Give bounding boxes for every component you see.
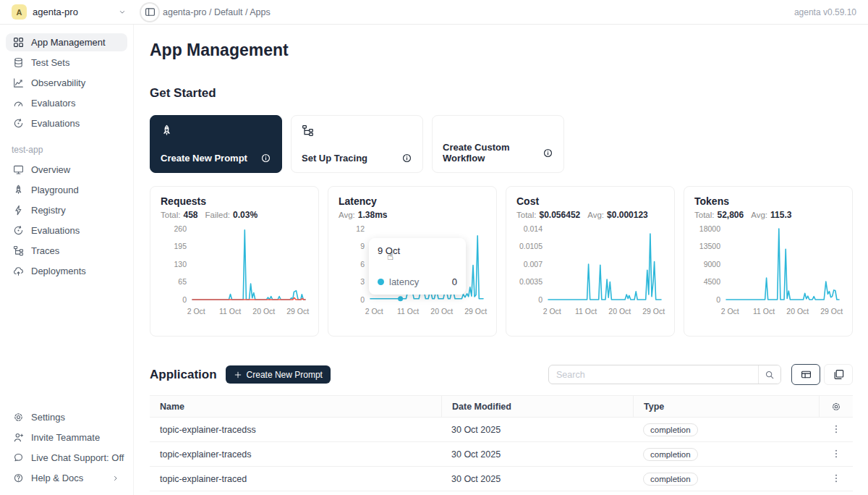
sidebar-item-playground[interactable]: Playground [6, 181, 127, 199]
sidebar-item-test-sets[interactable]: Test Sets [6, 54, 127, 72]
row-actions-kebab-icon[interactable] [831, 424, 841, 436]
row-actions-kebab-icon[interactable] [831, 449, 841, 460]
chart-title: Cost [516, 195, 664, 207]
set-up-tracing-label: Set Up Tracing [302, 153, 367, 164]
row-actions-kebab-icon[interactable] [831, 473, 841, 485]
date-modified-cell: 30 Oct 2025 [441, 467, 633, 491]
sidebar-app-nav: OverviewPlaygroundRegistryEvaluationsTra… [6, 161, 127, 282]
date-modified-cell: 30 Oct 2025 [441, 442, 633, 466]
sidebar-item-observability[interactable]: Observability [6, 74, 127, 92]
tree-icon [13, 245, 24, 256]
mouse-cursor-icon: ☝ [387, 250, 393, 263]
sidebar-item-label: Registry [31, 205, 66, 216]
sidebar-item-traces[interactable]: Traces [6, 242, 127, 260]
svg-text:0.0105: 0.0105 [519, 242, 542, 250]
table-view-button[interactable] [791, 364, 820, 385]
workspace-name: agenta-pro [33, 7, 78, 17]
chevron-down-icon [118, 8, 127, 17]
sidebar-item-label: Playground [31, 185, 79, 195]
svg-text:11 Oct: 11 Oct [219, 307, 241, 316]
table-row-topic-explainer-tracedss[interactable]: topic-explainer-tracedss30 Oct 2025compl… [150, 418, 853, 442]
search-input[interactable] [549, 370, 758, 380]
search-icon[interactable] [758, 365, 780, 384]
sidebar-app-section-label: test-app [12, 145, 127, 155]
sidebar-item-label: Live Chat Support: Off [31, 452, 124, 463]
sidebar-item-evaluations[interactable]: Evaluations [6, 221, 127, 240]
date-modified-cell: 30 Oct 2025 [441, 418, 633, 441]
sidebar-item-invite-teammate[interactable]: Invite Teammate [6, 428, 127, 447]
sidebar-item-deployments[interactable]: Deployments [6, 262, 127, 280]
tokens-chart-card: TokensTotal:52,806Avg:115.31800013500900… [684, 186, 853, 337]
cloud-upload-icon [13, 266, 24, 276]
svg-text:0: 0 [716, 295, 720, 304]
chart-tooltip: 9 Oct latency 0 [369, 238, 466, 295]
info-icon[interactable] [542, 148, 553, 158]
table-row-topic-explainer-traced[interactable]: topic-explainer-traced30 Oct 2025complet… [150, 467, 853, 491]
create-new-prompt-button[interactable]: Create New Prompt [226, 365, 331, 384]
sidebar-item-app-management[interactable]: App Management [6, 33, 127, 51]
svg-text:0: 0 [360, 295, 365, 304]
svg-text:12: 12 [356, 224, 365, 233]
svg-text:0.007: 0.007 [524, 260, 542, 268]
cost-chart-card: CostTotal:$0.056452Avg:$0.0001230.0140.0… [506, 186, 675, 337]
svg-text:9000: 9000 [704, 260, 721, 268]
sidebar-item-help-docs[interactable]: Help & Docs [6, 469, 127, 487]
evaluations-icon [13, 118, 24, 129]
create-new-prompt-card[interactable]: Create New Prompt [150, 115, 282, 173]
sidebar-item-label: Settings [31, 412, 65, 423]
table-row-topic-explainer-traceds[interactable]: topic-explainer-traceds30 Oct 2025comple… [150, 442, 853, 467]
gauge-icon [13, 98, 24, 109]
sidebar-item-label: Evaluations [31, 118, 80, 129]
svg-text:65: 65 [178, 277, 187, 286]
sidebar-item-live-chat-support-off[interactable]: Live Chat Support: Off [6, 449, 127, 467]
svg-text:2 Oct: 2 Oct [543, 307, 561, 316]
cost-line-chart: 0.0140.01050.0070.003502 Oct11 Oct20 Oct… [516, 223, 664, 323]
sidebar-item-overview[interactable]: Overview [6, 161, 127, 179]
sidebar-item-evaluations[interactable]: Evaluations [6, 114, 127, 132]
info-icon[interactable] [401, 153, 412, 164]
search-box [548, 365, 781, 384]
sidebar-toggle-button[interactable] [140, 2, 160, 22]
create-custom-workflow-label: Create Custom Workflow [443, 142, 542, 164]
workspace-selector[interactable]: A agenta-pro [0, 4, 134, 20]
svg-text:11 Oct: 11 Oct [397, 307, 419, 316]
evaluations-icon [13, 225, 24, 236]
app-name-cell: topic-explainer-traced [150, 467, 441, 491]
person-add-icon [13, 432, 24, 443]
info-icon[interactable] [260, 153, 271, 164]
get-started-cards: Create New Prompt Set Up Tracing Create … [150, 115, 853, 173]
svg-text:29 Oct: 29 Oct [286, 307, 309, 316]
sidebar-item-registry[interactable]: Registry [6, 201, 127, 219]
monitor-icon [13, 164, 24, 175]
chart-title: Requests [161, 195, 308, 207]
svg-text:130: 130 [174, 260, 187, 268]
metrics-charts-row: RequestsTotal:458Failed:0.03%26019513065… [150, 186, 853, 337]
set-up-tracing-card[interactable]: Set Up Tracing [291, 115, 423, 173]
create-custom-workflow-card[interactable]: Create Custom Workflow [432, 115, 564, 173]
tracing-tree-icon [302, 124, 412, 137]
sidebar-item-settings[interactable]: Settings [6, 408, 127, 426]
chart-stats: Total:52,806Avg:115.3 [694, 210, 842, 220]
rocket-icon [13, 185, 24, 195]
bolt-icon [13, 205, 24, 216]
requests-chart-card: RequestsTotal:458Failed:0.03%26019513065… [150, 186, 319, 337]
svg-text:29 Oct: 29 Oct [464, 307, 487, 316]
svg-text:260: 260 [174, 224, 187, 233]
sidebar-item-label: Evaluations [31, 225, 80, 236]
svg-text:6: 6 [360, 260, 365, 268]
tooltip-series-label: latency [389, 276, 419, 287]
sidebar: App ManagementTest SetsObservabilityEval… [0, 25, 134, 495]
version-label: agenta v0.59.10 [794, 7, 868, 17]
sidebar-item-evaluators[interactable]: Evaluators [6, 94, 127, 112]
svg-text:4500: 4500 [704, 277, 721, 286]
sidebar-item-label: Observability [31, 77, 85, 88]
card-view-button[interactable] [824, 364, 853, 385]
breadcrumb[interactable]: agenta-pro / Default / Apps [163, 7, 271, 17]
app-window: A agenta-pro agenta-pro / Default / Apps… [0, 0, 868, 495]
svg-text:20 Oct: 20 Oct [786, 307, 809, 316]
table-row-career-assessment[interactable]: career-assessment27 Oct 2025completion [150, 491, 853, 495]
chart-stats: Total:458Failed:0.03% [161, 210, 308, 220]
sidebar-footer-nav: SettingsInvite TeammateLive Chat Support… [6, 408, 127, 489]
question-circle-icon [13, 473, 24, 483]
column-settings-gear-icon[interactable] [831, 402, 841, 412]
